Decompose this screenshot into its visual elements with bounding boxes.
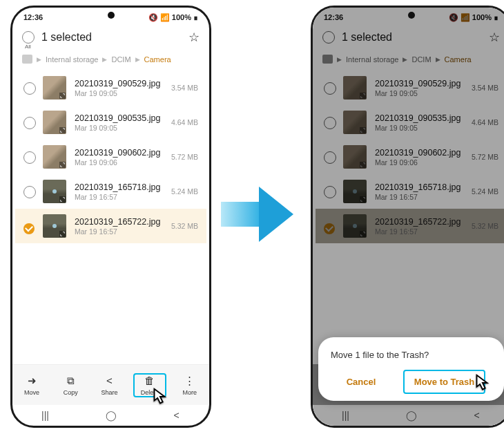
favorite-icon[interactable]: ☆ [188,30,200,45]
trash-icon: 🗑 [144,375,156,387]
battery-pct: 100% [172,13,191,21]
file-name: 20210319_090535.jpg [75,113,163,123]
row-checkbox[interactable] [23,117,35,128]
file-date: Mar 19 09:05 [75,124,163,132]
action-toolbar: ➜Move ⧉Copy <Share 🗑Delete ⋮More [12,364,209,405]
file-size: 5.24 MB [171,187,198,196]
home-button[interactable]: ◯ [97,410,125,421]
file-row[interactable]: 20210319_165718.jpgMar 19 16:575.24 MB [15,174,206,209]
chevron-right-icon: ▶ [102,56,107,63]
row-checkbox[interactable] [23,186,35,197]
selection-header: 1 selected ☆ [12,26,209,49]
recents-button[interactable]: ||| [32,410,59,421]
cancel-button[interactable]: Cancel [337,371,386,393]
file-size: 5.32 MB [171,222,198,230]
status-time: 12:36 [23,13,43,21]
copy-button[interactable]: ⧉Copy [55,375,86,396]
file-thumbnail[interactable] [43,180,66,203]
move-icon: ➜ [26,375,38,387]
row-checkbox[interactable] [23,151,35,162]
dialog-message: Move 1 file to the Trash? [328,350,494,360]
wifi-icon: 📶 [160,13,170,22]
file-thumbnail[interactable] [43,145,66,169]
breadcrumb[interactable]: ▶ Internal storage ▶ DCIM ▶ Camera [12,55,209,70]
row-checkbox[interactable] [23,82,35,93]
file-size: 4.64 MB [171,118,198,126]
share-button[interactable]: <Share [94,375,124,396]
more-icon: ⋮ [184,375,196,387]
back-button[interactable]: < [163,410,191,421]
file-size: 5.72 MB [171,153,198,161]
row-checkbox[interactable] [23,220,35,232]
mute-icon: 🔇 [148,13,158,22]
file-thumbnail[interactable] [43,214,66,238]
file-row[interactable]: 20210319_090529.jpgMar 19 09:053.54 MB [15,70,206,105]
file-date: Mar 19 16:57 [75,227,163,236]
camera-notch [408,12,415,19]
chevron-right-icon: ▶ [37,56,41,63]
move-button[interactable]: ➜Move [17,375,47,396]
file-name: 20210319_090529.jpg [75,79,163,88]
file-date: Mar 19 09:06 [75,158,163,167]
phone-screenshot-before: 12:36 🔇 📶 100% ∎ 1 selected ☆ All ▶ Inte… [10,6,211,428]
file-thumbnail[interactable] [43,111,66,134]
phone-screenshot-after: 12:36 🔇 📶 100% ∎ 1 selected ☆ ▶ Internal… [311,6,504,428]
file-thumbnail[interactable] [43,76,66,100]
transition-arrow-icon [221,187,297,242]
cursor-pointer-icon [472,372,492,393]
crumb-camera[interactable]: Camera [144,55,171,64]
file-row[interactable]: 20210319_090602.jpgMar 19 09:065.72 MB [15,140,206,174]
share-icon: < [103,375,115,387]
camera-notch [108,12,115,19]
file-name: 20210319_165718.jpg [75,182,163,192]
chevron-right-icon: ▶ [135,56,140,63]
file-name: 20210319_165722.jpg [75,217,163,227]
more-button[interactable]: ⋮More [175,375,205,396]
crumb-internal[interactable]: Internal storage [46,55,98,64]
file-row[interactable]: 20210319_165722.jpgMar 19 16:575.32 MB [15,209,206,243]
system-nav: ||| ◯ < [12,405,209,426]
crumb-dcim[interactable]: DCIM [111,55,130,64]
battery-icon: ∎ [193,13,198,22]
page-title: 1 selected [41,31,182,44]
select-all-checkbox[interactable] [22,31,35,44]
select-all-label: All [25,44,31,50]
file-date: Mar 19 09:05 [75,89,163,97]
file-list: 20210319_090529.jpgMar 19 09:053.54 MB20… [12,70,209,243]
copy-icon: ⧉ [64,375,77,387]
file-date: Mar 19 16:57 [75,193,163,201]
file-row[interactable]: 20210319_090535.jpgMar 19 09:054.64 MB [15,105,206,140]
file-size: 3.54 MB [171,84,198,92]
file-name: 20210319_090602.jpg [75,148,163,158]
home-icon[interactable] [22,55,32,64]
cursor-pointer-icon [149,386,170,407]
